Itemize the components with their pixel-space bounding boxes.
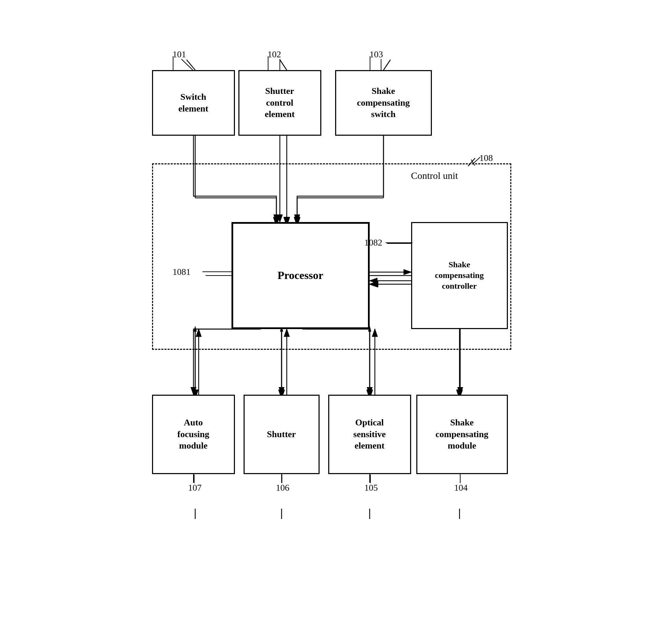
ref-105: 105 bbox=[364, 483, 378, 493]
ref-101: 101 bbox=[173, 49, 186, 60]
svg-line-2 bbox=[187, 60, 195, 70]
ref-108: 108 bbox=[480, 153, 493, 163]
control-unit-label: Control unit bbox=[411, 170, 458, 181]
optical-sensitive-box: Opticalsensitiveelement bbox=[328, 395, 411, 474]
ref-106: 106 bbox=[276, 483, 290, 493]
ref-103: 103 bbox=[370, 49, 383, 60]
auto-focusing-box: Autofocusingmodule bbox=[152, 395, 235, 474]
switch-element-box: Switchelement bbox=[152, 70, 235, 136]
shake-controller-box: Shakecompensatingcontroller bbox=[411, 222, 508, 329]
ref-107: 107 bbox=[188, 483, 202, 493]
shutter-control-box: Shuttercontrolelement bbox=[238, 70, 321, 136]
svg-line-34 bbox=[181, 59, 193, 70]
processor-box: Processor bbox=[231, 222, 370, 329]
svg-line-3 bbox=[280, 60, 287, 70]
ref-1081: 1081 bbox=[173, 267, 191, 277]
shake-module-box: Shakecompensatingmodule bbox=[416, 395, 508, 474]
shake-switch-box: Shakecompensatingswitch bbox=[335, 70, 432, 136]
svg-line-4 bbox=[383, 60, 390, 70]
shutter-box: Shutter bbox=[244, 395, 320, 474]
ref-1082: 1082 bbox=[364, 238, 382, 248]
ref-102: 102 bbox=[268, 49, 281, 60]
ref-104: 104 bbox=[454, 483, 468, 493]
diagram-container: 101 102 103 Switchelement Shuttercontrol… bbox=[142, 29, 522, 616]
